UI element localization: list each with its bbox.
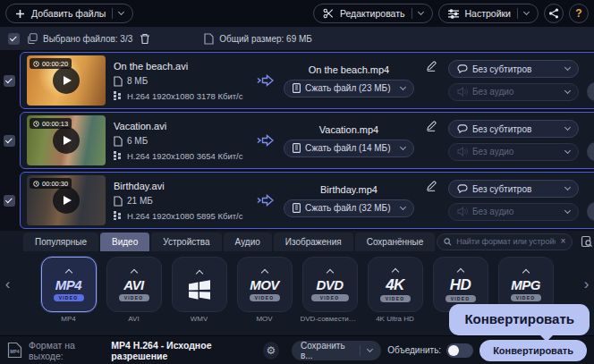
output-format-value: MP4 H.264 - Исходное разрешение [111, 340, 256, 361]
file-checkbox[interactable] [4, 75, 15, 87]
format-label: AVI [128, 315, 139, 323]
settings-menu-button[interactable]: Настройки [438, 4, 539, 23]
subtitles-dropdown[interactable]: Без субтитров [448, 180, 579, 198]
output-filename: Vacation.mp4 [319, 124, 378, 135]
format-tile-mov[interactable]: MOV VIDEO [237, 257, 293, 312]
output-settings-button[interactable]: ⚙ [263, 342, 279, 360]
footer-bar: MP4 Формат на выходе: MP4 H.264 - Исходн… [0, 335, 594, 364]
subtitles-dropdown[interactable]: Без субтитров [448, 60, 579, 78]
trash-icon[interactable] [140, 33, 150, 45]
file-checkbox[interactable] [4, 195, 15, 207]
select-all-checkbox[interactable] [8, 33, 20, 45]
total-size: Общий размер: 69 МБ [219, 34, 312, 44]
file-card[interactable]: 00:00:13 Vacation.avi 6 МБ H.264 1920x10… [20, 112, 594, 169]
share-button[interactable] [544, 4, 564, 23]
merge-toggle[interactable] [446, 343, 473, 358]
divider [360, 345, 361, 356]
play-button[interactable] [53, 127, 80, 154]
codec-icon [114, 211, 123, 220]
speech-bubble-icon [457, 124, 468, 133]
clear-search-icon[interactable]: × [560, 237, 565, 246]
source-filename: On the beach.avi [114, 61, 246, 72]
format-tile-wmv[interactable] [172, 257, 227, 312]
file-checkbox[interactable] [4, 135, 15, 147]
format-tile-dvd[interactable]: DVD VIDEO [302, 257, 358, 312]
chevron-down-icon [564, 184, 571, 190]
rename-button[interactable] [422, 115, 440, 131]
format-item-wmv: WMV [170, 257, 229, 323]
format-logo: HD [450, 277, 471, 292]
output-filename: Birthday.mp4 [320, 184, 378, 195]
format-tile-mp4[interactable]: MP4 VIDEO [41, 257, 97, 312]
tab-popular[interactable]: Популярные [23, 233, 98, 251]
edit-file-button[interactable]: Редактировать [587, 82, 594, 101]
share-icon [548, 8, 559, 19]
codec-info: H.264 1920x1080 3654 Кбит/с [127, 151, 242, 161]
format-item-avi: AVI VIDEO AVI [105, 257, 164, 323]
divider [517, 8, 518, 19]
tab-video[interactable]: Видео [100, 233, 149, 251]
file-card[interactable]: 00:00:30 Birthday.avi 21 МБ H.264 1920x1… [20, 172, 594, 229]
top-toolbar: Добавить файлы Редактировать Настройки ? [0, 0, 594, 27]
edit-file-button[interactable]: Редактировать [587, 142, 594, 161]
play-button[interactable] [53, 67, 80, 94]
pencil-icon [426, 121, 437, 131]
find-format-button[interactable] [578, 233, 594, 250]
format-item-mov: MOV VIDEO MOV [235, 257, 294, 323]
tab-audio[interactable]: Аудио [224, 233, 272, 251]
format-tile-4k[interactable]: 4K VIDEO [368, 257, 423, 312]
chevron-down-icon [400, 203, 406, 209]
audio-dropdown[interactable]: Без аудио [448, 203, 579, 221]
rename-button[interactable] [422, 175, 440, 191]
tab-images[interactable]: Изображения [274, 233, 353, 251]
speaker-icon [457, 87, 468, 97]
toggle-knob [448, 345, 459, 356]
file-list: 00:00:20 On the beach.avi 8 МБ H.264 192… [0, 50, 594, 231]
tab-devices[interactable]: Устройства [151, 233, 221, 251]
play-icon [64, 196, 72, 205]
format-label: MOV [256, 315, 272, 323]
rename-button[interactable] [422, 55, 440, 72]
video-badge: VIDEO [250, 294, 280, 301]
compress-dropdown[interactable]: Сжать файл (14 МБ) [284, 140, 414, 157]
help-button[interactable]: ? [569, 4, 589, 23]
convert-arrow-icon [256, 134, 274, 147]
chevron-down-icon [564, 147, 571, 153]
output-info: On the beach.mp4 Сжать файл (23 МБ) [284, 64, 414, 97]
chevron-down-icon [400, 83, 406, 89]
audio-dropdown[interactable]: Без аудио [448, 143, 579, 161]
search-input[interactable] [456, 237, 556, 246]
format-label: WMV [191, 315, 208, 323]
codec-icon [114, 151, 123, 160]
search-icon [444, 238, 452, 246]
format-tile-avi[interactable]: AVI VIDEO [106, 257, 162, 312]
edit-menu-button[interactable]: Редактировать [313, 4, 433, 23]
tab-saved[interactable]: Сохранённые [355, 233, 436, 251]
speech-bubble-icon [457, 64, 468, 73]
video-badge: VIDEO [380, 295, 411, 302]
audio-dropdown[interactable]: Без аудио [448, 83, 579, 101]
compress-dropdown[interactable]: Сжать файл (23 МБ) [284, 80, 414, 97]
format-logo: MPG [511, 278, 540, 292]
check-icon [5, 136, 13, 143]
format-search[interactable]: × [437, 233, 573, 250]
subtitles-dropdown[interactable]: Без субтитров [448, 120, 579, 138]
row-options: Без субтитров Без аудио Редактировать [448, 60, 594, 101]
file-icon [204, 33, 214, 45]
convert-arrow-icon [256, 74, 274, 87]
add-files-button[interactable]: Добавить файлы [5, 4, 133, 23]
selection-bar: Выбрано файлов: 3/3 Общий размер: 69 МБ [0, 27, 594, 50]
carousel-left-button[interactable]: ‹ [0, 257, 15, 312]
output-format-label: Формат на выходе: [29, 340, 105, 361]
edit-file-button[interactable]: Редактировать [587, 202, 594, 221]
row-options: Без субтитров Без аудио Редактировать [448, 180, 594, 221]
compress-dropdown[interactable]: Сжать файл (32 МБ) [284, 199, 414, 217]
file-card[interactable]: 00:00:20 On the beach.avi 8 МБ H.264 192… [20, 52, 594, 109]
play-button[interactable] [53, 187, 80, 214]
compress-icon [293, 143, 301, 153]
compress-value: Сжать файл (32 МБ) [305, 203, 390, 213]
convert-button[interactable]: Конвертировать [479, 340, 587, 361]
save-to-dropdown[interactable]: Сохранить в... [292, 341, 381, 360]
check-icon [5, 76, 13, 83]
selected-files-count: Выбрано файлов: 3/3 [43, 34, 132, 44]
